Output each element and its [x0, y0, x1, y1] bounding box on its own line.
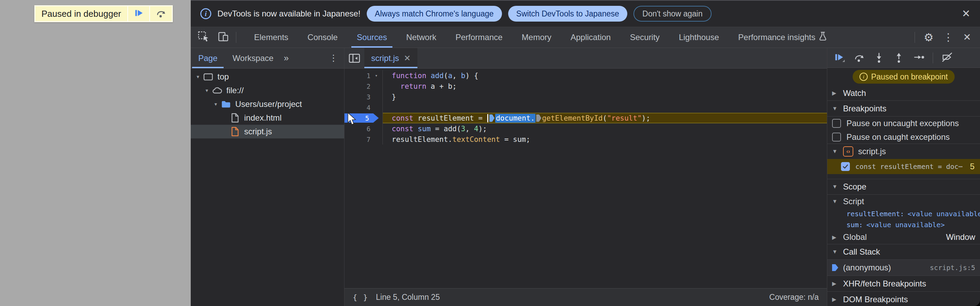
tab-label: Network [406, 33, 436, 42]
tree-item-script-js[interactable]: script.js [191, 125, 344, 139]
scope-var-row[interactable]: sum: <value unavailable> [827, 219, 980, 230]
navigator-menu-icon[interactable]: ⋮ [323, 48, 344, 68]
chevron-right-icon: ▶ [832, 90, 843, 96]
watch-title: Watch [843, 88, 866, 98]
code-token: b [461, 72, 465, 80]
tab-performance-insights[interactable]: Performance insights [729, 27, 837, 48]
toggle-navigator-icon[interactable] [344, 48, 364, 68]
code-editor[interactable]: 1▾function add(a, b) {2 return a + b;3}4… [344, 69, 827, 288]
banner-resume-button[interactable] [128, 6, 149, 21]
line-number[interactable]: 2 [344, 83, 371, 90]
tab-workspace[interactable]: Workspace [225, 48, 281, 68]
checkbox-checked[interactable] [841, 162, 850, 171]
step-into-icon[interactable] [873, 51, 885, 64]
section-scope[interactable]: ▼ Scope [827, 179, 980, 194]
step-over-icon[interactable] [853, 51, 865, 64]
line-number[interactable]: 7 [344, 136, 371, 143]
breakpoint-file-group[interactable]: ▼ ‹› script.js [827, 144, 980, 159]
section-watch[interactable]: ▶ Watch [827, 86, 980, 101]
tab-performance[interactable]: Performance [446, 27, 512, 48]
gutter-line-2[interactable]: 2 [344, 81, 383, 91]
code-token: sum [418, 125, 431, 133]
more-options-kebab-icon[interactable]: ⋮ [943, 32, 954, 43]
step-icon[interactable] [913, 51, 924, 64]
line-number[interactable]: 4 [344, 104, 371, 112]
flask-icon [819, 32, 827, 43]
tab-elements[interactable]: Elements [245, 27, 298, 48]
scope-var-name: sum: [846, 221, 863, 229]
device-toolbar-icon[interactable] [218, 31, 229, 44]
more-tabs-icon[interactable]: » [281, 48, 291, 68]
tree-item-index-html[interactable]: index.html [191, 111, 344, 125]
tab-lighthouse[interactable]: Lighthouse [669, 27, 728, 48]
dont-show-again-button[interactable]: Don't show again [633, 6, 711, 22]
gutter-line-1[interactable]: 1▾ [344, 70, 383, 81]
step-out-icon[interactable] [893, 51, 905, 64]
deactivate-breakpoints-icon[interactable] [941, 51, 953, 64]
tab-page[interactable]: Page [191, 48, 225, 68]
tab-memory[interactable]: Memory [512, 27, 561, 48]
pretty-print-icon[interactable]: { } [353, 293, 368, 301]
tree-item-Users-user-project[interactable]: ▾Users/user/project [191, 97, 344, 111]
scope-script-section[interactable]: ▼ Script [827, 194, 980, 208]
code-line-1[interactable]: 1▾function add(a, b) { [344, 70, 827, 81]
gutter-line-4[interactable]: 4 [344, 102, 383, 113]
checkbox-unchecked[interactable] [832, 119, 841, 128]
code-line-4[interactable]: 4 [344, 102, 827, 113]
call-stack-frame-row[interactable]: (anonymous) script.js:5 [827, 260, 980, 276]
screenshot-root: { "colors": { "accent_blue": "#8ab4f8", … [0, 0, 980, 306]
chevron-down-icon[interactable]: ▾ [211, 101, 220, 107]
code-line-3[interactable]: 3} [344, 91, 827, 102]
chevron-down-icon: ▼ [832, 198, 843, 205]
devtools-close-icon[interactable]: ✕ [963, 33, 971, 42]
pause-caught-row[interactable]: Pause on caught exceptions [827, 130, 980, 144]
tree-item-label: Users/user/project [235, 99, 302, 109]
section-dom-breakpoints[interactable]: ▶ DOM Breakpoints [827, 291, 980, 306]
step-over-icon [156, 8, 166, 20]
resume-script-icon[interactable] [834, 51, 845, 64]
infobar-close-icon[interactable]: ✕ [962, 9, 970, 19]
code-line-7[interactable]: 7resultElement.textContent = sum; [344, 134, 827, 145]
breakpoint-file-name: script.js [858, 147, 886, 156]
tab-console[interactable]: Console [298, 27, 347, 48]
fold-marker-icon[interactable]: ▾ [371, 73, 382, 78]
code-token: 4 [474, 125, 478, 133]
tree-item-file-[interactable]: ▾file:// [191, 84, 344, 97]
section-call-stack[interactable]: ▼ Call Stack [827, 244, 980, 260]
settings-gear-icon[interactable]: ⚙ [924, 32, 934, 43]
file-tab-scriptjs[interactable]: script.js ✕ [364, 48, 417, 68]
tree-item-top[interactable]: ▾top [191, 70, 344, 84]
line-number[interactable]: 3 [344, 93, 371, 101]
breakpoints-title: Breakpoints [843, 104, 886, 113]
file-tab-close-icon[interactable]: ✕ [404, 53, 410, 63]
tab-application[interactable]: Application [561, 27, 620, 48]
section-breakpoints[interactable]: ▼ Breakpoints [827, 101, 980, 116]
gutter-line-7[interactable]: 7 [344, 134, 383, 145]
line-number[interactable]: 1 [344, 72, 371, 80]
chevron-down-icon[interactable]: ▾ [194, 74, 202, 80]
chevron-right-icon: ▶ [832, 234, 843, 241]
pause-uncaught-row[interactable]: Pause on uncaught exceptions [827, 116, 980, 130]
switch-to-japanese-button[interactable]: Switch DevTools to Japanese [508, 6, 627, 22]
code-line-2[interactable]: 2 return a + b; [344, 81, 827, 91]
banner-step-over-button[interactable] [150, 6, 172, 21]
scope-var-row[interactable]: resultElement: <value unavailable> [827, 208, 980, 219]
code-line-6[interactable]: 6const sum = add(3, 4); [344, 123, 827, 134]
paused-badge-label: Paused on breakpoint [871, 72, 948, 81]
scope-global-section[interactable]: ▶ Global Window [827, 230, 980, 244]
tab-sources[interactable]: Sources [347, 27, 396, 48]
breakpoint-entry-row[interactable]: const resultElement = doc⋯ 5 [827, 159, 980, 174]
code-line-content: resultElement.textContent = sum; [383, 134, 827, 145]
tab-network[interactable]: Network [396, 27, 446, 48]
code-line-content: } [383, 91, 827, 102]
chevron-down-icon[interactable]: ▾ [202, 88, 211, 94]
gutter-line-3[interactable]: 3 [344, 91, 383, 102]
tab-security[interactable]: Security [620, 27, 670, 48]
inspect-element-icon[interactable] [197, 31, 209, 44]
always-match-language-button[interactable]: Always match Chrome's language [367, 6, 502, 22]
file-js-icon [229, 126, 241, 137]
code-line-5[interactable]: 5const resultElement = document.getEleme… [344, 113, 827, 123]
checkbox-unchecked[interactable] [832, 132, 841, 142]
cursor-position-text: Line 5, Column 25 [376, 293, 440, 302]
section-xhr-breakpoints[interactable]: ▶ XHR/fetch Breakpoints [827, 276, 980, 291]
